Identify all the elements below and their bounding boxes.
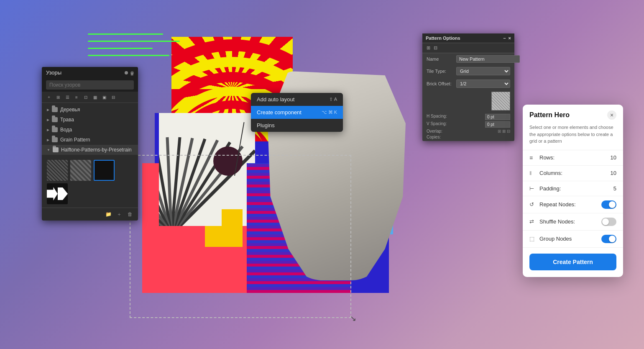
rows-icon: ≡	[529, 154, 536, 161]
figma-panel-minimize[interactable]	[125, 71, 128, 74]
rows-label: Rows:	[539, 154, 555, 161]
figma-toolbar-more3[interactable]: ▣	[100, 93, 108, 101]
ai-close-btn[interactable]: ×	[509, 36, 511, 41]
figma-toolbar-add[interactable]: ＋	[45, 93, 53, 101]
figma-panel-footer: 📁 ＋ 🗑	[42, 208, 138, 221]
rows-value: 10	[611, 154, 616, 161]
columns-icon: ⦀	[529, 170, 536, 177]
ai-pattern-thumb	[491, 92, 510, 110]
figma-toolbar: ＋ ⊞ ☰ ≡ ⊡ ▦ ▣ ⊟	[42, 92, 138, 103]
folder-icon	[52, 117, 58, 122]
green-line-2	[88, 41, 180, 42]
hero-shuffle-nodes-row: ⇄ Shuffle Nodes:	[523, 213, 623, 231]
figma-panel-menu[interactable]: ≡	[130, 71, 134, 74]
ai-panel-title-label: Pattern Options	[426, 36, 460, 41]
repeat-label: Repeat Nodes:	[539, 201, 576, 208]
figma-toolbar-more4[interactable]: ⊟	[110, 93, 117, 101]
figma-tree: ▶ Деревья ▶ Трава ▶ Вода ▶ Grain Pattern…	[42, 103, 138, 157]
ai-panel-title-bar: Pattern Options – ×	[422, 33, 514, 43]
thumb-shape	[47, 187, 58, 200]
figma-patterns-panel: Узоры ≡ ＋ ⊞ ☰ ≡ ⊡ ▦ ▣ ⊟ ▶ Деревья ▶ Трав…	[42, 67, 138, 221]
figma-tree-item-grass[interactable]: ▶ Трава	[42, 115, 138, 125]
repeat-nodes-toggle[interactable]	[601, 200, 616, 209]
figma-tree-label: Halftone-Patterns-by-Presetrain	[61, 147, 132, 153]
ai-thumb-area	[422, 90, 514, 112]
group-toggle-knob	[609, 236, 616, 242]
ai-overlap-btn1[interactable]: ⊞	[498, 129, 501, 133]
green-line-1	[88, 33, 163, 35]
figma-search-input[interactable]	[46, 80, 134, 90]
shuffle-toggle-knob	[602, 218, 609, 225]
figma-toolbar-list[interactable]: ☰	[64, 93, 71, 101]
figma-thumb-1[interactable]	[47, 160, 68, 181]
ai-brick-select[interactable]: 1/2 1/3 1/4	[456, 80, 510, 88]
padding-icon: ⊢	[529, 185, 536, 192]
hero-header: Pattern Hero ×	[523, 105, 623, 124]
group-nodes-toggle[interactable]	[601, 235, 616, 243]
ai-name-label: Name	[427, 56, 454, 62]
figma-thumb-4[interactable]	[47, 183, 68, 204]
context-menu: Add auto layout ⇧ A Create component ⌥ ⌘…	[251, 93, 343, 132]
figma-thumb-3[interactable]	[94, 160, 115, 181]
hero-rows-left: ≡ Rows:	[529, 154, 555, 161]
figma-footer-delete-icon[interactable]: 🗑	[126, 210, 134, 218]
ai-overlap-btn2[interactable]: ⊠	[502, 129, 506, 133]
folder-icon	[52, 127, 58, 132]
figma-tree-label: Вода	[60, 127, 72, 133]
hero-padding-left: ⊢ Padding:	[529, 185, 561, 192]
yellow-l-shape	[205, 209, 243, 247]
padding-label: Padding:	[539, 185, 561, 192]
repeat-icon: ↺	[529, 201, 536, 208]
create-pattern-button[interactable]: Create Pattern	[529, 254, 616, 270]
green-line-3	[88, 48, 153, 49]
ai-name-input[interactable]	[456, 55, 520, 63]
figma-toolbar-grid[interactable]: ⊞	[54, 93, 62, 101]
folder-icon	[52, 137, 58, 142]
figma-panel-controls: ≡	[125, 71, 134, 74]
group-icon: ⬚	[529, 236, 536, 242]
ai-tile-label: Tile Type:	[427, 69, 454, 74]
ai-overlap-btn3[interactable]: ⊟	[507, 129, 510, 133]
hero-close-button[interactable]: ×	[607, 110, 616, 120]
folder-icon	[52, 107, 58, 112]
ai-name-row: Name	[422, 53, 514, 65]
figma-toolbar-more1[interactable]: ⊡	[82, 93, 89, 101]
hero-repeat-nodes-row: ↺ Repeat Nodes:	[523, 196, 623, 213]
hero-group-nodes-row: ⬚ Group Nodes	[523, 231, 623, 248]
columns-label: Columns:	[539, 170, 562, 176]
hero-padding-row: ⊢ Padding: 5	[523, 181, 623, 196]
figma-panel-title-bar: Узоры ≡	[42, 67, 138, 78]
figma-tree-label: Трава	[60, 117, 74, 123]
shuffle-label: Shuffle Nodes:	[539, 218, 575, 225]
context-menu-auto-layout[interactable]: Add auto layout ⇧ A	[251, 93, 343, 106]
figma-footer-add-icon[interactable]: ＋	[115, 210, 123, 218]
figma-tree-item-trees[interactable]: ▶ Деревья	[42, 105, 138, 115]
shuffle-nodes-toggle[interactable]	[601, 218, 616, 226]
ai-tool-1[interactable]: ⊞	[427, 45, 430, 51]
context-menu-create-component[interactable]: Create component ⌥ ⌘ K	[251, 106, 343, 119]
ai-brick-row: Brick Offset: 1/2 1/3 1/4	[422, 77, 514, 90]
hero-columns-row: ⦀ Columns: 10	[523, 166, 623, 181]
ai-v-spacing-input[interactable]	[485, 121, 510, 128]
hero-repeat-left: ↺ Repeat Nodes:	[529, 201, 576, 208]
figma-toolbar-more2[interactable]: ▦	[91, 93, 99, 101]
figma-thumbnails	[42, 157, 138, 208]
ai-pattern-options-panel: Pattern Options – × ⊞ ⊟ Name Tile Type: …	[422, 33, 514, 141]
figma-thumb-2[interactable]	[70, 160, 91, 181]
ai-h-spacing-input[interactable]	[485, 114, 510, 120]
pattern-hero-panel: Pattern Hero × Select one or more elemen…	[523, 105, 623, 277]
green-lines	[88, 33, 180, 56]
context-menu-plugins[interactable]: Plugins	[251, 119, 343, 132]
hero-rows-row: ≡ Rows: 10	[523, 150, 623, 166]
figma-toolbar-sort[interactable]: ≡	[73, 93, 80, 101]
ai-tool-2[interactable]: ⊟	[434, 45, 437, 51]
green-line-4	[88, 55, 169, 56]
figma-tree-item-halftone[interactable]: ▼ Halftone-Patterns-by-Presetrain	[42, 145, 138, 155]
figma-footer-folder-icon[interactable]: 📁	[105, 210, 112, 218]
ai-panel-title-icons: – ×	[503, 36, 511, 41]
folder-icon-open	[53, 147, 59, 152]
figma-tree-item-water[interactable]: ▶ Вода	[42, 125, 138, 135]
ai-collapse-btn[interactable]: –	[503, 36, 506, 41]
ai-tile-select[interactable]: Grid Brick by Row Brick by Column Hex by…	[456, 67, 510, 75]
figma-tree-item-grain[interactable]: ▶ Grain Pattern	[42, 135, 138, 145]
